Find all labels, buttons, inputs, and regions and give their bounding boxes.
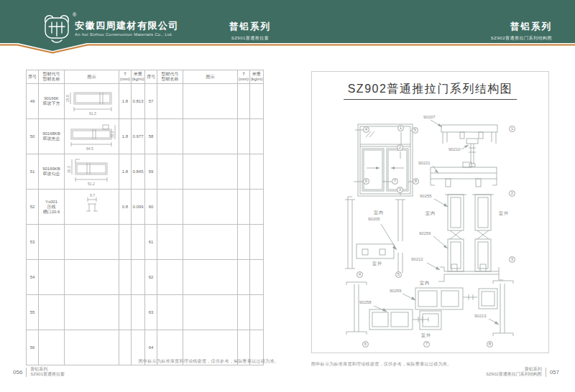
dimension-label: 64.5 (86, 146, 93, 151)
row-no: 58 (145, 119, 157, 154)
col-header-diagram: 图示 (183, 70, 238, 84)
profile-name: 压线 (39, 205, 64, 210)
series-subtitle: SZ902普通推拉门系列结构图 (491, 35, 552, 42)
meter-weight-value (250, 119, 264, 154)
profile-code-name (157, 154, 183, 190)
thickness-value (238, 119, 250, 154)
row-no: 57 (145, 84, 157, 119)
profile-code: 90169KB (39, 167, 64, 172)
catalog-page: ® 安徽四周建材有限公司 An hui Sizhou Construction … (0, 0, 575, 392)
registered-mark: ® (73, 12, 76, 17)
room-label-outdoor: 室外 (372, 261, 382, 267)
col-header-t-unit: (mm) (238, 77, 249, 82)
profile-name: 双玻光企 (39, 136, 64, 141)
profile-section-drawing: 64.5 33.2 (65, 121, 119, 152)
col-header-code-name: 型材代号 型材名称 (39, 70, 65, 84)
callout-5: 5 (412, 127, 418, 134)
dimension-label: 30.3 (67, 166, 71, 173)
page-number-left: 056 (13, 369, 22, 375)
profile-code: 90166K (39, 96, 64, 101)
meter-weight-value: 0.813 (132, 84, 145, 119)
profile-label-90212: 90212 (411, 257, 423, 261)
table-row: 49 90166K 双玻下方 61.3 25.8 1.8 0.813 57 (27, 84, 264, 119)
footer-note-right: 图中标示为标准厚度和理论线密度，仅供参考，实际重量以过磅为准。 (311, 361, 451, 368)
thickness-value (238, 154, 250, 190)
callout-5: 5 (395, 271, 402, 278)
room-label-outdoor: 室外 (421, 332, 431, 339)
col-header-weight-label: 米重 (132, 72, 144, 77)
footer-right-block: 普铝系列 SZ902普通推拉门系列结构图 057 (486, 367, 559, 377)
profile-code-name (157, 84, 183, 119)
profile-code-name (157, 119, 183, 154)
profile-diagram: 61.3 25.8 (65, 84, 119, 119)
room-label-indoor: 室内 (420, 280, 430, 286)
table-row: 53 61 (27, 225, 264, 260)
row-no: 52 (27, 190, 39, 225)
dimension-label: 9.7 (90, 193, 95, 197)
meter-weight-value (250, 154, 264, 190)
room-label-indoor: 室内 (374, 210, 384, 216)
callout-7: 7 (392, 178, 398, 185)
col-header-diagram: 图示 (65, 70, 119, 84)
col-header-t-label: T (238, 72, 249, 77)
callout-8: 8 (413, 178, 419, 185)
profile-section-drawing: 61.3 25.8 (65, 85, 119, 117)
room-label-indoor: 室内 (426, 210, 436, 217)
header-right-title: 普铝系列 SZ902普通推拉门系列结构图 (491, 21, 552, 42)
dimension-label: 33.2 (110, 131, 114, 138)
page-number-right: 057 (550, 369, 559, 375)
profiles-table: 序号 型材代号 型材名称 图示 T (mm) 米重 (kg/m) 序号 型材代号… (26, 70, 264, 365)
meter-weight-value: 0.845 (132, 154, 145, 190)
row-no: 54 (27, 260, 39, 295)
col-header-name: 型材名称 (39, 77, 64, 82)
thickness-value (238, 84, 250, 119)
table-row: 52 Yx001 压线 槽口20.6 9.7 0.8 0.099 60 (27, 190, 264, 225)
profile-code-name: 90168KB 双玻光企 (39, 119, 65, 154)
footer-left-block: 056 普铝系列 SZ901普通推拉窗 (13, 367, 65, 377)
company-name: 安徽四周建材有限公司 (75, 19, 179, 32)
col-header-t: T (mm) (119, 70, 132, 84)
dimension-label: 25.8 (65, 95, 70, 102)
profile-diagram (183, 119, 238, 154)
col-header-code: 型材代号 (157, 72, 183, 77)
profile-diagram (183, 84, 238, 119)
callout-6: 6 (362, 341, 369, 347)
table-row: 55 63 (27, 295, 264, 330)
col-header-name: 型材名称 (157, 77, 183, 82)
callout-2: 2 (509, 190, 515, 197)
profile-diagram: 9.7 (65, 190, 119, 225)
col-header-no: 序号 (145, 70, 157, 84)
profile-diagram: 51.2 30.3 (65, 154, 119, 190)
thickness-value: 1.8 (119, 154, 132, 190)
profile-code-name: Yx001 压线 槽口20.6 (39, 190, 65, 225)
profile-diagram (183, 154, 238, 190)
company-name-en: An hui Sizhou Construction Materials Co.… (75, 32, 173, 37)
meter-weight-value (250, 84, 264, 119)
thickness-value: 0.8 (119, 190, 132, 225)
profile-label-90255: 90255 (420, 194, 432, 198)
footer-divider (546, 368, 546, 377)
callout-8: 8 (487, 341, 493, 347)
profile-section-drawing: 9.7 (65, 191, 119, 223)
footer-series-right: 普铝系列 (486, 367, 542, 372)
col-header-weight: 米重 (kg/m) (250, 70, 264, 84)
profile-code-name: 90169KB 双玻勾企 (39, 154, 65, 190)
profile-label-90221: 90221 (418, 161, 431, 165)
callout-4: 4 (356, 271, 363, 278)
profile-label-90259: 90259 (390, 289, 402, 293)
col-header-t-label: T (119, 72, 131, 77)
room-label-outdoor: 室外 (499, 210, 509, 217)
callout-4: 4 (363, 126, 369, 133)
profile-name: 双玻勾企 (39, 172, 64, 177)
callout-7: 7 (423, 341, 430, 347)
callout-3: 3 (509, 256, 515, 263)
profile-label-90213: 90213 (474, 314, 487, 318)
structure-sheet: SZ902普通推拉门系列结构图 (311, 71, 549, 353)
profile-label-90207: 90207 (423, 115, 436, 119)
callout-2: 2 (397, 144, 403, 151)
callout-1: 1 (509, 126, 515, 132)
row-no: 60 (145, 190, 157, 225)
profile-label-90256: 90256 (419, 231, 431, 235)
callout-6: 6 (363, 178, 369, 185)
row-no: 56 (27, 330, 39, 365)
